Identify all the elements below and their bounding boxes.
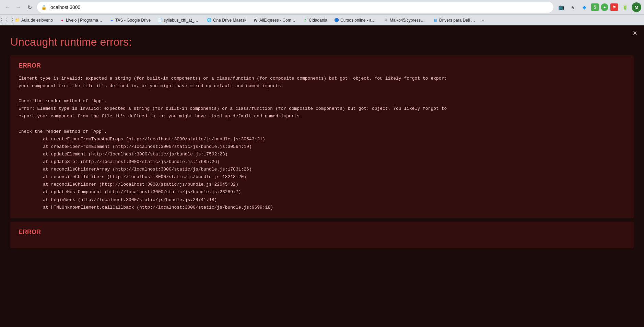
error-message-1: Element type is invalid: expected a stri… bbox=[19, 75, 625, 136]
bookmark-favicon-aliexpress: W bbox=[253, 18, 258, 23]
battery-icon[interactable]: 🔋 bbox=[620, 2, 630, 12]
stack-line-3: at updateElement (http://localhost:3000/… bbox=[32, 151, 625, 158]
bookmark-favicon-cidadania: 7 bbox=[303, 18, 307, 23]
back-button[interactable]: ← bbox=[3, 2, 12, 12]
bookmark-maiko[interactable]: ⚙ Maiko45/cypress-b... bbox=[381, 17, 429, 24]
ext-flag: ⚑ bbox=[610, 3, 618, 11]
bookmark-label-maiko: Maiko45/cypress-b... bbox=[390, 18, 426, 23]
browser-toolbar: ← → ↻ 🔒 📺 ★ ◆ S ● ⚑ 🔋 M bbox=[0, 0, 644, 14]
stack-line-7: at reconcileChildren (http://localhost:3… bbox=[32, 181, 625, 188]
bookmark-aliexpress[interactable]: W AliExpress - Compra... bbox=[250, 17, 298, 24]
bookmark-favicon-maiko: ⚙ bbox=[384, 18, 388, 23]
bookmark-label-drivers: Drivers para Dell G1... bbox=[439, 18, 476, 23]
main-title: Uncaught runtime errors: bbox=[0, 25, 644, 55]
stack-line-9: at beginWork (http://localhost:3000/stat… bbox=[32, 196, 625, 204]
bookmarks-bar: ⋮⋮⋮ 📁 Aula de esloveno ♦ Livelo | Progra… bbox=[0, 14, 644, 25]
bookmark-label-tas: TAS - Google Drive bbox=[115, 18, 151, 23]
stack-line-8: at updateHostComponent (http://localhost… bbox=[32, 188, 625, 196]
page-content: × Uncaught runtime errors: ERROR Element… bbox=[0, 25, 644, 327]
bookmark-syllabus[interactable]: 📄 syllabus_ctfl_at_201... bbox=[155, 17, 203, 24]
stack-line-6: at reconcileChildFibers (http://localhos… bbox=[32, 173, 625, 181]
error-overlay: × Uncaught runtime errors: ERROR Element… bbox=[0, 25, 644, 248]
ext-green-circle: ● bbox=[601, 3, 608, 11]
url-input[interactable] bbox=[49, 4, 549, 10]
bookmark-cursos[interactable]: 🔵 Cursos online - apre... bbox=[331, 17, 379, 24]
error-label-2: ERROR bbox=[19, 229, 625, 236]
bookmark-favicon-livelo: ♦ bbox=[60, 18, 65, 23]
stack-line-2: at createFiberFromElement (http://localh… bbox=[32, 143, 625, 151]
bookmark-favicon-onedrive: 🌐 bbox=[207, 18, 212, 23]
bookmark-favicon-tas: ☁ bbox=[109, 18, 114, 23]
lock-icon: 🔒 bbox=[41, 5, 47, 10]
stack-line-4: at updateSlot (http://localhost:3000/sta… bbox=[32, 158, 625, 166]
bookmark-drivers[interactable]: 🖥 Drivers para Dell G1... bbox=[430, 17, 478, 24]
bookmark-button[interactable]: ★ bbox=[568, 2, 577, 12]
bookmark-livelo[interactable]: ♦ Livelo | Programa d... bbox=[57, 17, 105, 24]
bookmark-label-livelo: Livelo | Programa d... bbox=[66, 18, 102, 23]
bookmark-label-aliexpress: AliExpress - Compra... bbox=[259, 18, 296, 23]
error-label-1: ERROR bbox=[19, 62, 625, 69]
browser-chrome: ← → ↻ 🔒 📺 ★ ◆ S ● ⚑ 🔋 M ⋮⋮⋮ 📁 Aula de es… bbox=[0, 0, 644, 25]
close-button[interactable]: × bbox=[633, 30, 637, 37]
bookmark-label-cursos: Cursos online - apre... bbox=[340, 18, 377, 23]
toolbar-right: 📺 ★ ◆ S ● ⚑ 🔋 M bbox=[556, 2, 641, 12]
bookmark-onedrive[interactable]: 🌐 One Drive Maersk bbox=[204, 17, 249, 24]
stack-line-1: at createFiberFromTypeAndProps (http://l… bbox=[32, 136, 625, 143]
bookmark-label-cidadania: Cidadania bbox=[309, 18, 327, 23]
reload-button[interactable]: ↻ bbox=[25, 2, 34, 12]
address-bar: 🔒 bbox=[37, 2, 553, 13]
error-block-1: ERROR Element type is invalid: expected … bbox=[10, 55, 634, 218]
extension-1[interactable]: ◆ bbox=[579, 2, 589, 12]
profile-button[interactable]: M bbox=[632, 2, 641, 12]
bookmark-tas[interactable]: ☁ TAS - Google Drive bbox=[106, 17, 153, 24]
ext-dollar: S bbox=[591, 3, 599, 11]
error-block-2: ERROR bbox=[10, 222, 634, 248]
forward-button[interactable]: → bbox=[14, 2, 23, 12]
stack-trace-1: at createFiberFromTypeAndProps (http://l… bbox=[19, 136, 625, 211]
stack-line-10: at HTMLUnknownElement.callCallback (http… bbox=[32, 204, 625, 211]
apps-button[interactable]: ⋮⋮⋮ bbox=[3, 16, 11, 24]
nav-buttons: ← → ↻ bbox=[3, 2, 34, 12]
more-bookmarks-button[interactable]: » bbox=[480, 16, 486, 24]
bookmark-label-aula: Aula de esloveno bbox=[21, 18, 53, 23]
bookmark-favicon-drivers: 🖥 bbox=[433, 18, 438, 23]
cast-button[interactable]: 📺 bbox=[556, 2, 566, 12]
bookmark-label-syllabus: syllabus_ctfl_at_201... bbox=[164, 18, 200, 23]
bookmark-favicon-aula: 📁 bbox=[15, 18, 20, 23]
bookmark-favicon-cursos: 🔵 bbox=[334, 18, 339, 23]
bookmark-favicon-syllabus: 📄 bbox=[157, 18, 162, 23]
stack-line-5: at reconcileChildrenArray (http://localh… bbox=[32, 166, 625, 173]
bookmark-cidadania[interactable]: 7 Cidadania bbox=[300, 17, 330, 24]
bookmark-aula[interactable]: 📁 Aula de esloveno bbox=[12, 17, 56, 24]
bookmark-label-onedrive: One Drive Maersk bbox=[213, 18, 246, 23]
